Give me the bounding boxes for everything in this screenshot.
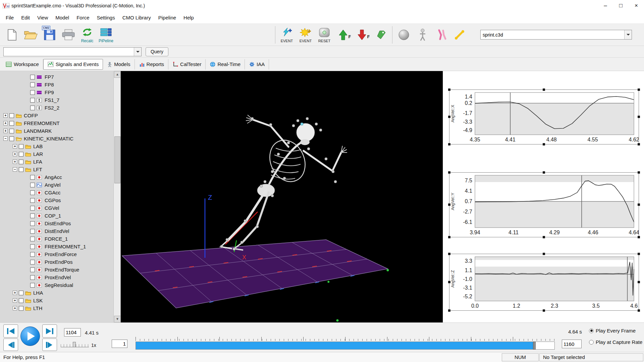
tag-green-button[interactable] (371, 25, 390, 45)
chart-panel-angvel-y[interactable]: 7.54.10.7-2.7-6.13.944.114.294.464.64Ang… (449, 172, 639, 237)
start-frame-input[interactable] (112, 340, 127, 348)
skip-to-end-button[interactable] (42, 324, 57, 338)
resize-handle-tr[interactable] (638, 171, 640, 174)
force-up-button[interactable]: F (334, 25, 353, 45)
tree-checkbox[interactable] (19, 152, 23, 157)
query-combo[interactable] (3, 47, 142, 56)
tree-item-segresidual[interactable]: SegResidual (0, 281, 120, 289)
tree-item-cop_1[interactable]: COP_1 (0, 212, 120, 220)
resize-handle-tm[interactable] (543, 253, 545, 255)
expand-toggle-icon[interactable]: + (3, 121, 8, 125)
expand-toggle-icon[interactable]: + (3, 129, 8, 133)
resize-handle-ml[interactable] (448, 116, 450, 118)
tree-item-lth[interactable]: +LTH (0, 304, 120, 312)
tree-checkbox[interactable] (30, 90, 35, 95)
resize-handle-tm[interactable] (543, 88, 545, 91)
tree-checkbox[interactable] (9, 113, 14, 118)
current-frame-input[interactable] (64, 328, 81, 337)
expand-toggle-icon[interactable]: + (3, 113, 8, 118)
tab-real-time[interactable]: Real-Time (206, 59, 245, 70)
tree-checkbox[interactable] (30, 267, 35, 272)
force-down-button[interactable]: F (353, 25, 371, 45)
skeleton-button[interactable] (413, 25, 432, 45)
tree-checkbox[interactable] (9, 129, 14, 133)
tree-item-cgvel[interactable]: CGVel (0, 204, 120, 212)
tab-models[interactable]: Models (103, 59, 135, 70)
menu-force[interactable]: Force (73, 13, 93, 22)
tree-checkbox[interactable] (30, 229, 35, 234)
tree-checkbox[interactable] (30, 252, 35, 257)
tree-item-proxendvel[interactable]: ProxEndVel (0, 274, 120, 281)
tree-checkbox[interactable] (30, 98, 35, 103)
tree-item-fp9[interactable]: FP9 (0, 88, 120, 96)
tab-reports[interactable]: Reports (135, 59, 169, 70)
menu-settings[interactable]: Settings (93, 13, 118, 22)
tree-item-lha[interactable]: +LHA (0, 289, 120, 297)
expand-toggle-icon[interactable]: + (13, 291, 17, 295)
resize-handle-mr[interactable] (638, 116, 640, 118)
tree-checkbox[interactable] (19, 298, 23, 303)
tree-item-kinetic_kinematic[interactable]: −KINETIC_KINEMATIC (0, 135, 120, 142)
resize-handle-bm[interactable] (543, 236, 545, 238)
new-file-button[interactable] (3, 25, 21, 45)
open-file-button[interactable] (21, 25, 40, 45)
menu-file[interactable]: File (2, 13, 17, 22)
tree-item-distendvel[interactable]: DistEndVel (0, 227, 120, 235)
tree-item-distendpos[interactable]: DistEndPos (0, 220, 120, 227)
scroll-up-icon[interactable]: ▲ (114, 71, 121, 78)
step-back-button[interactable] (3, 339, 18, 351)
tree-item-cgpos[interactable]: CGPos (0, 196, 120, 204)
tab-signals-and-events[interactable]: Signals and Events (43, 59, 103, 70)
resize-handle-ml[interactable] (448, 203, 450, 206)
resize-handle-tr[interactable] (638, 88, 640, 91)
tree-checkbox[interactable] (30, 244, 35, 249)
tree-checkbox[interactable] (30, 283, 35, 288)
bone-yellow-button[interactable] (451, 25, 470, 45)
expand-toggle-icon[interactable]: + (13, 160, 17, 164)
tree-checkbox[interactable] (30, 198, 35, 203)
tree-item-angvel[interactable]: AngVel (0, 181, 120, 189)
resize-handle-tl[interactable] (448, 253, 450, 255)
tree-item-lar[interactable]: +LAR (0, 150, 120, 158)
resize-handle-br[interactable] (638, 309, 640, 312)
collapse-toggle-icon[interactable]: − (3, 136, 8, 141)
tree-checkbox[interactable] (19, 144, 23, 149)
expand-toggle-icon[interactable]: + (13, 306, 17, 310)
tree-checkbox[interactable] (30, 206, 35, 210)
tree-item-landmark[interactable]: +LANDMARK (0, 127, 120, 135)
tree-item-fs2_2[interactable]: FS2_2 (0, 104, 120, 112)
scroll-down-icon[interactable]: ▼ (114, 316, 121, 322)
tree-item-proxendtorque[interactable]: ProxEndTorque (0, 266, 120, 274)
combo-dropdown-icon[interactable] (624, 30, 632, 39)
tree-item-angacc[interactable]: AngAcc (0, 173, 120, 181)
tab-workspace[interactable]: Workspace (1, 59, 43, 70)
minimize-button[interactable]: – (598, 0, 613, 11)
tree-item-cgacc[interactable]: CGAcc (0, 189, 120, 196)
tree-checkbox[interactable] (30, 190, 35, 195)
pipeline-button[interactable]: PiPeline (97, 25, 115, 45)
close-button[interactable]: × (629, 0, 644, 11)
tree-item-fp8[interactable]: FP8 (0, 81, 120, 88)
scrollbar-thumb[interactable] (114, 136, 120, 183)
end-frame-input[interactable] (562, 340, 582, 348)
tree-item-lsk[interactable]: +LSK (0, 297, 120, 304)
menu-edit[interactable]: Edit (17, 13, 34, 22)
menu-pipeline[interactable]: Pipeline (155, 13, 180, 22)
save-cm2-button[interactable]: CM2 (40, 25, 59, 45)
query-dropdown-icon[interactable] (134, 48, 141, 56)
menu-view[interactable]: View (34, 13, 52, 22)
expand-toggle-icon[interactable]: + (13, 298, 17, 303)
tree-checkbox[interactable] (9, 136, 14, 141)
tree-checkbox[interactable] (30, 260, 35, 264)
tree-item-lab[interactable]: +LAB (0, 142, 120, 150)
tree-item-proxendforce[interactable]: ProxEndForce (0, 250, 120, 258)
resize-handle-bl[interactable] (448, 309, 450, 312)
query-input[interactable] (4, 48, 134, 56)
tree-scrollbar[interactable]: ▲ ▼ (113, 71, 121, 322)
menu-cmo-library[interactable]: CMO Library (119, 13, 155, 22)
chart-panel-angvel-z[interactable]: 3.31.1-1.0-3.1-5.20.01.22.33.54.6AngVel:… (449, 254, 639, 311)
tree-item-lfa[interactable]: +LFA (0, 158, 120, 166)
timeline-scrubber[interactable] (136, 342, 555, 350)
tree-checkbox[interactable] (30, 106, 35, 110)
event-blue-button[interactable]: EVENT (277, 25, 296, 45)
